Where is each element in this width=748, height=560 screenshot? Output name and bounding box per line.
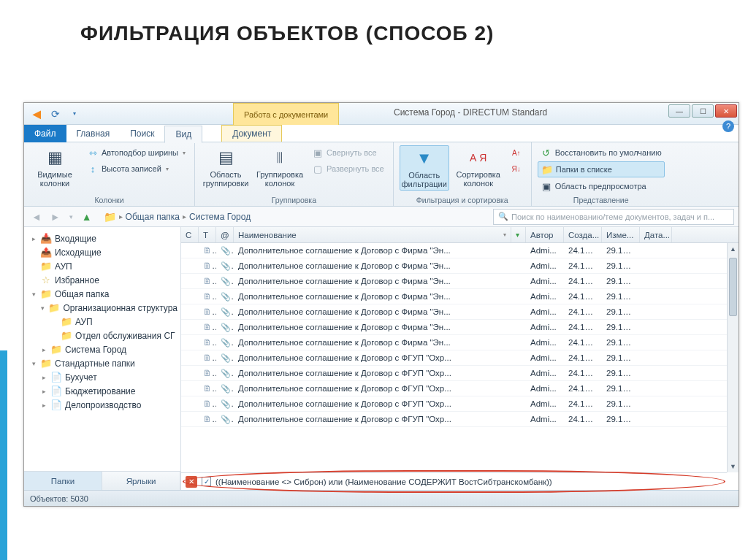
sort-asc-button[interactable]: А↑ [508, 145, 525, 160]
filter-dropdown-icon[interactable]: ▾ [503, 231, 506, 238]
tree-item[interactable]: 📤Исходящие [26, 245, 179, 259]
breadcrumb-item[interactable]: Общая папка [126, 212, 180, 222]
row-modified: 29.12.... [602, 398, 640, 410]
breadcrumb[interactable]: 📁 ▸ Общая папка ▸ Система Город [99, 211, 493, 223]
row-created: 24.12.2... [564, 413, 602, 425]
column-header-t[interactable]: Т [199, 227, 216, 242]
column-header-fl[interactable]: ▾ [511, 227, 526, 242]
list-row[interactable]: 🗎📎Дополнительное соглашение к Договор с … [181, 366, 739, 381]
tree-item[interactable]: 📁Отдел обслуживания СГ [26, 329, 179, 342]
nav-history-icon[interactable]: ▾ [66, 212, 76, 222]
expand-all-button[interactable]: ▢Развернуть все [309, 161, 387, 176]
tab-view[interactable]: Вид [164, 126, 202, 143]
column-header-date[interactable]: Дата... [640, 227, 672, 242]
scroll-up-icon[interactable]: ▲ [728, 243, 739, 255]
tree-item[interactable]: ▸📄Бюджетирование [26, 384, 179, 398]
list-row[interactable]: 🗎📎Дополнительное соглашение к Договор с … [181, 274, 739, 289]
column-header-name[interactable]: Наименование▾ [234, 227, 511, 242]
tree-item-label: АУП [75, 317, 93, 327]
close-button[interactable]: ✕ [715, 104, 737, 118]
document-icon: 🗎 [203, 245, 212, 256]
search-input[interactable]: 🔍 Поиск по наименованию/теме документов,… [493, 209, 734, 225]
filter-area-button[interactable]: ▼ Область фильтрации [400, 145, 449, 191]
minimize-button[interactable]: — [668, 104, 690, 118]
filter-close-button[interactable]: ✕ [186, 476, 197, 488]
restore-default-button[interactable]: ↺Восстановить по умолчанию [538, 145, 665, 160]
column-header-at[interactable]: @ [216, 227, 234, 242]
auto-width-button[interactable]: ⇿Автоподбор ширины▾ [84, 145, 188, 160]
qa-dropdown-icon[interactable]: ▾ [66, 106, 83, 122]
tree-caret-icon[interactable]: ▸ [40, 374, 47, 381]
visible-columns-button[interactable]: ▦ Видимые колонки [30, 145, 80, 189]
tree-item-label: Стандартные папки [55, 358, 135, 369]
list-row[interactable]: 🗎📎Дополнительное соглашение к Договор с … [181, 381, 739, 396]
list-row[interactable]: 🗎📎Дополнительное соглашение к Договор с … [181, 396, 739, 412]
tree-caret-icon[interactable]: ▸ [40, 402, 47, 409]
tree-caret-icon[interactable]: ▸ [30, 235, 37, 242]
sort-columns-button[interactable]: А Я Сортировка колонок [454, 145, 503, 189]
ribbon-group-filter-sort: ▼ Область фильтрации А Я Сортировка коло… [394, 142, 532, 206]
list-row[interactable]: 🗎📎Дополнительное соглашение к Договор с … [181, 335, 739, 350]
help-icon[interactable]: ? [722, 120, 734, 132]
folders-in-list-button[interactable]: 📁Папки в списке [538, 161, 665, 177]
row-author: Admi... [526, 275, 564, 287]
tab-file[interactable]: Файл [24, 125, 66, 142]
app-menu-icon[interactable]: ◀ [28, 106, 45, 122]
list-row[interactable]: 🗎📎Дополнительное соглашение к Договор с … [181, 243, 739, 258]
sort-desc-button[interactable]: Я↓ [508, 161, 525, 176]
tree-item[interactable]: 📁АУП [26, 315, 179, 329]
tree-caret-icon[interactable]: ▸ [40, 346, 47, 353]
list-row[interactable]: 🗎📎Дополнительное соглашение к Договор с … [181, 412, 739, 427]
filter-enable-checkbox[interactable]: ✓ [202, 477, 211, 486]
column-header-modified[interactable]: Изме... [602, 227, 640, 242]
row-created: 24.12.2... [564, 367, 602, 379]
nav-forward-icon[interactable]: ► [47, 210, 64, 224]
document-icon: 🗎 [203, 322, 212, 332]
row-created: 24.12.2... [564, 245, 602, 256]
tree-caret-icon[interactable]: ▾ [30, 291, 37, 298]
list-row[interactable]: 🗎📎Дополнительное соглашение к Договор с … [181, 304, 739, 320]
vertical-scrollbar[interactable]: ▲ ▼ [727, 243, 739, 472]
column-header-author[interactable]: Автор [526, 227, 564, 242]
column-header-created[interactable]: Созда... [564, 227, 602, 242]
list-row[interactable]: 🗎📎Дополнительное соглашение к Договор с … [181, 258, 739, 274]
scroll-down-icon[interactable]: ▼ [728, 461, 739, 472]
row-modified: 29.12.... [602, 367, 640, 379]
list-row[interactable]: 🗎📎Дополнительное соглашение к Договор с … [181, 289, 739, 304]
refresh-icon[interactable]: ⟳ [47, 106, 64, 122]
tree-item[interactable]: ▸📄Бухучет [26, 370, 179, 384]
tree-item[interactable]: ▾📁Общая папка [26, 287, 179, 301]
preview-icon: ▣ [541, 180, 552, 192]
preview-area-button[interactable]: ▣Область предпросмотра [538, 179, 665, 193]
nav-up-icon[interactable]: ▲ [79, 210, 95, 224]
tree-item[interactable]: ▸📁Система Город [26, 342, 179, 356]
tree-tab-folders[interactable]: Папки [24, 472, 102, 490]
tab-document[interactable]: Документ [221, 125, 282, 142]
tab-main[interactable]: Главная [66, 126, 121, 142]
tree-caret-icon[interactable]: ▸ [40, 388, 47, 395]
column-header-c[interactable]: С [181, 227, 199, 242]
collapse-all-button[interactable]: ▣Свернуть все [309, 145, 387, 160]
tree-item[interactable]: ☆Избранное [26, 273, 179, 287]
tree-item[interactable]: ▾📁Стандартные папки [26, 356, 179, 370]
row-name: Дополнительное соглашение к Договор с ФГ… [234, 367, 511, 379]
list-row[interactable]: 🗎📎Дополнительное соглашение к Договор с … [181, 350, 739, 366]
tree-tab-shortcuts[interactable]: Ярлыки [102, 472, 180, 490]
tree-caret-icon[interactable]: ▾ [40, 304, 45, 312]
tree-item[interactable]: ▾📁Организационная структура [26, 301, 179, 315]
document-icon: 🗎 [203, 399, 212, 409]
tree-caret-icon[interactable]: ▾ [30, 360, 37, 367]
tree-item[interactable]: ▸📄Делопроизводство [26, 398, 179, 412]
list-row[interactable]: 🗎📎Дополнительное соглашение к Договор с … [181, 320, 739, 335]
maximize-button[interactable]: ☐ [692, 104, 714, 118]
scrollbar-thumb[interactable] [729, 258, 737, 316]
breadcrumb-item[interactable]: Система Город [189, 212, 251, 222]
group-columns-button[interactable]: ⫴ Группировка колонок [255, 145, 305, 189]
group-area-button[interactable]: ▤ Область группировки [201, 145, 251, 189]
row-height-button[interactable]: ↕Высота записей▾ [84, 161, 188, 176]
tree-item[interactable]: 📁АУП [26, 259, 179, 273]
tab-search[interactable]: Поиск [120, 126, 164, 142]
tree-item[interactable]: ▸📥Входящие [26, 231, 179, 245]
nav-back-icon[interactable]: ◄ [28, 210, 45, 224]
row-author: Admi... [526, 383, 564, 394]
